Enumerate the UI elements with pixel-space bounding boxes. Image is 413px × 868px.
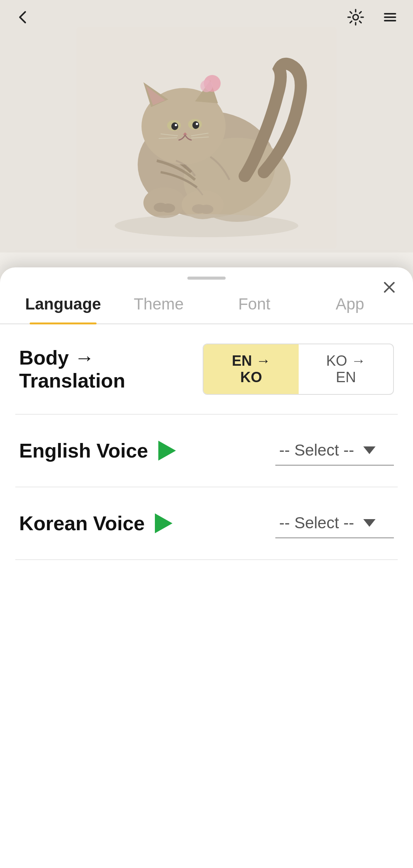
korean-voice-label: Korean Voice: [19, 512, 145, 535]
svg-point-14: [175, 124, 177, 126]
translation-toggle: EN → KO KO → EN: [203, 344, 394, 395]
svg-point-15: [196, 123, 198, 125]
svg-point-0: [353, 15, 358, 20]
korean-voice-select[interactable]: -- Select --: [275, 508, 394, 538]
svg-point-12: [171, 122, 178, 130]
english-voice-select[interactable]: -- Select --: [275, 436, 394, 466]
top-bar: [0, 0, 413, 34]
english-voice-label-group: English Voice: [19, 439, 177, 462]
tab-app[interactable]: App: [302, 283, 398, 323]
svg-point-20: [143, 187, 185, 218]
english-voice-label: English Voice: [19, 439, 148, 462]
svg-rect-2: [384, 16, 396, 18]
translation-label: Body → Translation: [19, 346, 203, 392]
chevron-down-icon: [363, 446, 376, 454]
back-button[interactable]: [11, 6, 34, 29]
svg-rect-3: [384, 20, 396, 21]
svg-point-23: [161, 204, 175, 213]
tab-font[interactable]: Font: [206, 283, 302, 323]
svg-point-13: [192, 121, 199, 129]
play-icon: [158, 441, 176, 461]
bottom-sheet: Language Theme Font App Body → Translati…: [0, 267, 413, 868]
play-icon: [155, 513, 172, 533]
english-voice-select-text: -- Select --: [279, 441, 354, 459]
sheet-content: Body → Translation EN → KO KO → EN Engli…: [0, 324, 413, 560]
tab-language[interactable]: Language: [15, 283, 111, 323]
svg-point-25: [200, 205, 213, 214]
korean-voice-play-button[interactable]: [154, 513, 174, 533]
tab-theme[interactable]: Theme: [111, 283, 206, 323]
english-voice-play-button[interactable]: [157, 441, 177, 461]
svg-rect-1: [384, 13, 396, 15]
toggle-en-ko[interactable]: EN → KO: [203, 344, 299, 394]
korean-voice-label-group: Korean Voice: [19, 512, 174, 535]
korean-voice-row: Korean Voice -- Select --: [15, 487, 398, 560]
book-image-area: [0, 0, 413, 260]
translation-row: Body → Translation EN → KO KO → EN: [15, 324, 398, 415]
settings-button[interactable]: [344, 6, 367, 29]
svg-point-9: [200, 80, 213, 92]
korean-voice-select-text: -- Select --: [279, 514, 354, 532]
toggle-ko-en[interactable]: KO → EN: [299, 344, 393, 394]
drag-handle[interactable]: [187, 277, 226, 280]
tabs: Language Theme Font App: [0, 283, 413, 324]
cat-illustration: [76, 27, 337, 249]
top-bar-actions: [344, 6, 402, 29]
english-voice-row: English Voice -- Select --: [15, 415, 398, 487]
svg-point-26: [115, 214, 298, 237]
menu-button[interactable]: [379, 6, 402, 29]
chevron-down-icon: [363, 519, 376, 527]
